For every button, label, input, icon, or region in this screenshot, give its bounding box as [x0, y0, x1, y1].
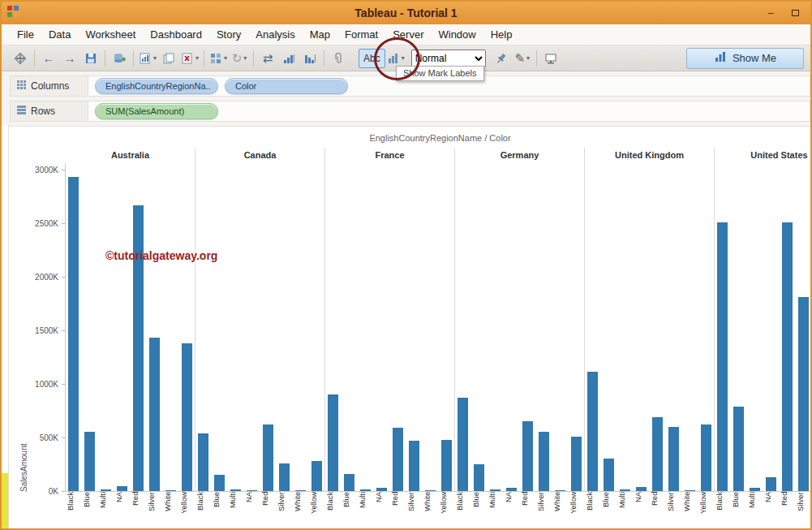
pill-country-region[interactable]: EnglishCountryRegionNa..	[95, 78, 218, 94]
swap-rows-columns-button[interactable]: ⇄	[257, 48, 278, 69]
save-button[interactable]	[80, 48, 101, 69]
menu-file[interactable]: File	[10, 24, 41, 45]
x-tick-label: Black	[66, 492, 82, 530]
y-tick-label: 2500K	[35, 219, 58, 228]
bar-mark[interactable]	[490, 489, 501, 491]
bar-slot	[552, 164, 568, 491]
new-worksheet-button[interactable]: ▾	[137, 48, 158, 69]
bar-mark[interactable]	[101, 489, 111, 491]
pill-sum-salesamount[interactable]: SUM(SalesAmount)	[95, 103, 218, 119]
bar-mark[interactable]	[604, 459, 614, 491]
bar-mark[interactable]	[701, 424, 711, 491]
bar-mark[interactable]	[750, 488, 760, 491]
bar-mark[interactable]	[522, 421, 533, 491]
show-me-button[interactable]: Show Me	[686, 48, 804, 69]
menu-story[interactable]: Story	[209, 24, 248, 45]
menu-server[interactable]: Server	[385, 24, 431, 45]
bar-mark[interactable]	[68, 177, 79, 491]
bar-slot	[228, 164, 244, 491]
presentation-mode-button[interactable]	[540, 48, 561, 69]
start-page-button[interactable]	[10, 48, 31, 69]
refresh-button[interactable]: ↻ ▾	[229, 48, 250, 69]
menu-format[interactable]: Format	[337, 24, 385, 45]
bar-mark[interactable]	[766, 477, 776, 491]
columns-shelf-label: Columns	[11, 76, 88, 96]
clear-sheet-button[interactable]: ▾	[179, 48, 200, 69]
fix-axes-button[interactable]	[491, 48, 512, 69]
group-members-button[interactable]	[328, 48, 349, 69]
sort-ascending-button[interactable]	[278, 48, 299, 69]
menu-worksheet[interactable]: Worksheet	[78, 24, 143, 45]
bar-mark[interactable]	[182, 343, 192, 491]
minimize-button[interactable]: –	[760, 6, 781, 20]
bar-mark[interactable]	[133, 205, 144, 491]
menu-data[interactable]: Data	[41, 24, 78, 45]
new-data-source-button[interactable]	[109, 48, 130, 69]
menu-map[interactable]: Map	[303, 24, 337, 45]
bar-mark[interactable]	[84, 432, 95, 491]
menu-window[interactable]: Window	[431, 24, 483, 45]
bar-mark[interactable]	[798, 297, 809, 491]
bar-mark[interactable]	[668, 427, 679, 491]
pill-color[interactable]: Color	[225, 78, 348, 94]
bar-mark[interactable]	[279, 463, 290, 491]
bar-mark[interactable]	[263, 424, 273, 491]
x-tick-label: Multi	[98, 492, 114, 530]
bar-mark[interactable]	[474, 464, 484, 491]
app-icon	[6, 5, 19, 21]
bar-mark[interactable]	[587, 372, 598, 491]
bar-slot	[617, 164, 634, 491]
undo-button[interactable]: ←	[38, 48, 59, 69]
sort-descending-button[interactable]	[299, 48, 320, 69]
bar-mark[interactable]	[117, 486, 127, 491]
menu-dashboard[interactable]: Dashboard	[143, 24, 209, 45]
view-cards-button[interactable]: ▾	[208, 48, 229, 69]
bar-mark[interactable]	[247, 490, 257, 491]
bar-mark[interactable]	[636, 487, 647, 491]
country-header: Australia	[66, 148, 195, 164]
x-tick-label: Silver	[406, 492, 423, 530]
fit-dropdown[interactable]: Normal	[411, 50, 486, 67]
menu-help[interactable]: Help	[483, 24, 520, 45]
bar-mark[interactable]	[311, 461, 322, 491]
country-group: CanadaBlackBlueMultiNARedSilverWhiteYell…	[195, 148, 325, 530]
bar-mark[interactable]	[571, 437, 582, 491]
bar-mark[interactable]	[230, 489, 241, 491]
show-mark-labels-button[interactable]: Abc	[359, 49, 385, 68]
bar-mark[interactable]	[149, 338, 160, 491]
bar-mark[interactable]	[328, 394, 338, 491]
bar-mark[interactable]	[458, 398, 468, 491]
bar-mark[interactable]	[441, 440, 452, 491]
bar-mark[interactable]	[539, 432, 549, 491]
bar-mark[interactable]	[409, 441, 419, 491]
collapsed-data-pane[interactable]	[2, 125, 9, 528]
bar-mark[interactable]	[506, 488, 517, 491]
highlight-button[interactable]: ✎ ▾	[512, 48, 533, 69]
bar-mark[interactable]	[295, 490, 306, 491]
bar-mark[interactable]	[344, 474, 354, 491]
bar-mark[interactable]	[685, 490, 695, 491]
bar-mark[interactable]	[652, 417, 663, 491]
bar-mark[interactable]	[214, 475, 225, 491]
country-group: United KingdomBlackBlueMultiNARedSilverW…	[585, 148, 715, 530]
bar-mark[interactable]	[733, 407, 744, 491]
bar-mark[interactable]	[376, 488, 387, 491]
bar-mark[interactable]	[425, 490, 436, 491]
x-tick-label: NA	[634, 492, 650, 530]
maximize-button[interactable]	[784, 6, 806, 20]
bar-mark[interactable]	[620, 489, 630, 491]
bar-mark[interactable]	[360, 489, 371, 491]
menu-analysis[interactable]: Analysis	[248, 24, 302, 45]
bar-mark[interactable]	[782, 222, 793, 491]
bar-mark[interactable]	[393, 428, 403, 491]
redo-button[interactable]: →	[59, 48, 80, 69]
rows-shelf[interactable]: Rows SUM(SalesAmount)	[10, 101, 810, 122]
bar-mark[interactable]	[165, 490, 176, 491]
y-axis[interactable]: 0K500K1000K1500K2000K2500K3000K	[2, 164, 66, 492]
bar-mark[interactable]	[717, 222, 728, 491]
duplicate-sheet-button[interactable]	[158, 48, 179, 69]
bar-slot	[178, 164, 195, 491]
bar-mark[interactable]	[198, 433, 208, 491]
bar-mark[interactable]	[555, 490, 565, 491]
y-tick-mark	[62, 170, 65, 170]
